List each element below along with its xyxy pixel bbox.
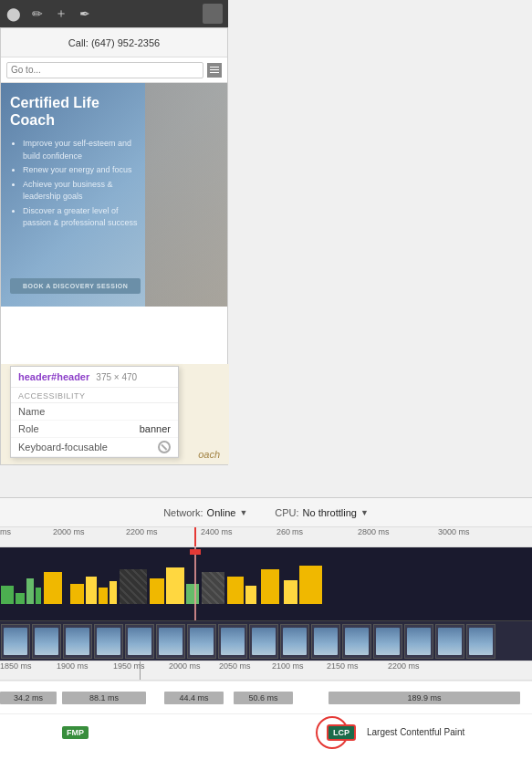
filmstrip-frame[interactable] (187, 624, 216, 659)
filmstrip-frame[interactable] (218, 624, 247, 659)
lcp-badge: LCP (327, 724, 356, 741)
ruler-tick: 2000 ms (169, 661, 201, 671)
tooltip-key-keyboard: Keyboard-focusable (18, 442, 108, 453)
network-value: Online (207, 507, 236, 518)
perf-bar (44, 572, 62, 604)
filmstrip-frame[interactable] (435, 624, 464, 659)
list-item: Discover a greater level of passion & pr… (23, 205, 142, 230)
perf-bar (86, 577, 97, 604)
filmstrip-frame[interactable] (249, 624, 278, 659)
perf-bar (150, 578, 164, 604)
perf-bar (110, 581, 117, 604)
ruler-tick: ms (0, 527, 11, 536)
no-entry-icon (158, 441, 171, 453)
hero-title: Certified Life Coach (10, 94, 142, 129)
ruler-tick: 2100 ms (272, 661, 304, 671)
ruler-tick: ms (292, 527, 303, 536)
hero-list: Improve your self-esteem and build confi… (10, 138, 142, 230)
toolbar: ⬤ ✏ ＋ ✒ (0, 0, 228, 27)
dropper-icon[interactable]: ✒ (77, 5, 93, 22)
hero-person-bg (145, 83, 227, 307)
filmstrip-frame[interactable] (32, 624, 61, 659)
pen-icon[interactable]: ✏ (29, 5, 46, 22)
browser-panel: Call: (647) 952-2356 Certified Life Coac… (0, 27, 228, 465)
cta-button[interactable]: BOOK A DISCOVERY SESSION (10, 278, 141, 294)
cpu-label: CPU: (275, 507, 298, 518)
element-tooltip: header#header 375 × 470 ACCESSIBILITY Na… (10, 366, 179, 458)
metrics-row: FMP LCP Largest Contentful Paint (0, 713, 532, 750)
perf-bar (299, 566, 322, 604)
timeline-chart[interactable] (0, 547, 532, 620)
perf-bar (26, 578, 34, 604)
network-control: Network: Online ▼ (163, 507, 247, 518)
filmstrip-frame[interactable] (466, 624, 495, 659)
filmstrip-frame[interactable] (94, 624, 123, 659)
tooltip-section-label: ACCESSIBILITY (11, 388, 178, 403)
filmstrip-frame[interactable] (280, 624, 309, 659)
timeline-ruler-top: ms 2000 ms 2200 ms 2400 ms 260 ms 2800 m… (0, 527, 532, 547)
timeline-ruler-bottom: 1850 ms 1900 ms 1950 ms 2000 ms 2050 ms … (0, 661, 532, 681)
perf-bar (261, 569, 279, 604)
timeline-marker (194, 547, 196, 620)
filmstrip-frame[interactable] (63, 624, 92, 659)
filmstrip-frame[interactable] (311, 624, 340, 659)
circle-icon[interactable]: ⬤ (5, 5, 22, 22)
list-item: Achieve your business & leadership goals (23, 179, 142, 203)
filmstrip-frame[interactable] (342, 624, 371, 659)
cpu-dropdown-arrow[interactable]: ▼ (360, 508, 369, 517)
perf-bar-striped (120, 569, 147, 604)
marker-line (194, 527, 196, 547)
goto-input[interactable] (6, 62, 203, 78)
ruler-tick: 1900 ms (57, 661, 89, 671)
ruler-tick: 1850 ms (0, 661, 32, 671)
timing-segment: 34.2 ms (0, 692, 57, 704)
performance-panel: Network: Online ▼ CPU: No throttling ▼ m… (0, 497, 532, 770)
tooltip-val-role: banner (140, 423, 171, 434)
ruler-marker (140, 661, 141, 681)
network-dropdown-arrow[interactable]: ▼ (239, 508, 247, 517)
filmstrip-frame[interactable] (373, 624, 402, 659)
ruler-tick: 260 (276, 527, 290, 536)
ruler-tick: 2000 ms (53, 527, 85, 536)
hero-section: Certified Life Coach Improve your self-e… (1, 83, 227, 307)
list-item: Renew your energy and focus (23, 164, 142, 177)
filmstrip-frame[interactable] (156, 624, 185, 659)
fmp-badge: FMP (62, 726, 89, 739)
timeline-marker-top (190, 549, 201, 555)
filmstrip-frame[interactable] (1, 624, 30, 659)
perf-bar-striped (202, 572, 224, 604)
ruler-tick: 2050 ms (219, 661, 251, 671)
goto-menu-button[interactable] (207, 63, 222, 78)
ruler-tick: 2150 ms (327, 661, 359, 671)
middle-separator (0, 470, 532, 497)
ruler-tick: 2200 ms (126, 527, 158, 536)
ruler-tick: 3000 ms (438, 527, 470, 536)
phone-number: Call: (647) 952-2356 (8, 37, 220, 48)
tooltip-selector: header#header (18, 371, 89, 382)
perf-bar (186, 584, 199, 604)
timing-segment: 50.6 ms (234, 692, 293, 704)
filmstrip-row (0, 620, 532, 661)
cpu-value: No throttling (303, 507, 357, 518)
timing-segment: 88.1 ms (62, 692, 146, 704)
filmstrip-frame[interactable] (125, 624, 154, 659)
tooltip-key-role: Role (18, 423, 39, 434)
plus-icon[interactable]: ＋ (53, 5, 69, 22)
lcp-label: Largest Contentful Paint (367, 727, 464, 737)
perf-controls: Network: Online ▼ CPU: No throttling ▼ (0, 498, 532, 527)
tooltip-key-name: Name (18, 406, 45, 417)
tooltip-row-role: Role banner (11, 421, 178, 438)
tooltip-dimensions: 375 × 470 (96, 372, 137, 382)
perf-bar (284, 580, 297, 604)
perf-bar (227, 577, 244, 604)
filmstrip-frame[interactable] (404, 624, 433, 659)
network-label: Network: (163, 507, 203, 518)
cpu-control: CPU: No throttling ▼ (275, 507, 369, 518)
avatar[interactable] (203, 4, 223, 24)
perf-bar (16, 593, 25, 604)
tooltip-row-keyboard: Keyboard-focusable (11, 438, 178, 457)
timing-segment: 189.9 ms (329, 692, 520, 704)
goto-bar (1, 57, 227, 83)
perf-bar (245, 586, 256, 604)
address-bar: Call: (647) 952-2356 (1, 28, 227, 57)
